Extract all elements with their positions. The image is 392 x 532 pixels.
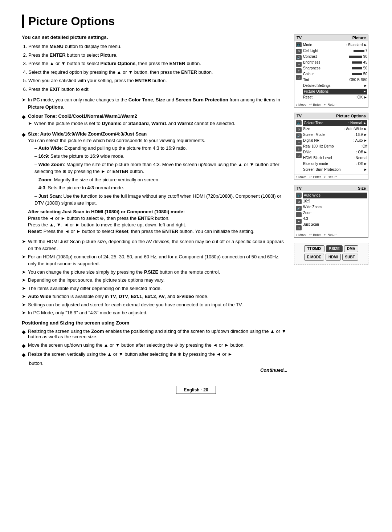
tv3-icon-4: ↔ <box>296 212 302 217</box>
right-column: TV Picture 📺 ⚙ 🔊 ↔ ✦ □ Mode: Standard ► … <box>294 35 370 373</box>
step-2: Press the ENTER button to select Picture… <box>28 52 287 59</box>
tv-screen1-content: Mode: Standard ► Cell Light 7 Contrast 9… <box>303 42 367 100</box>
tv-screen1-header: TV Picture <box>294 35 368 41</box>
intro-heading: You can set detailed picture settings. <box>22 35 287 40</box>
just-scan-line2: Press the ▲, ▼, ◄ or ► button to move th… <box>28 222 287 227</box>
tv2-icon-3: 🔊 <box>296 133 302 138</box>
remote-row-1: TTX/MIX P.SIZE DMA <box>297 245 366 252</box>
btn-ttxmix[interactable]: TTX/MIX <box>304 245 324 252</box>
tv-screen3-header: TV Size <box>294 185 368 191</box>
btn-emode[interactable]: E.MODE <box>304 254 324 261</box>
note-input-source: ➤ Depending on the input source, the pic… <box>22 277 287 284</box>
steps-list: Press the MENU button to display the men… <box>28 43 287 93</box>
tv-screen2-content: Colour Tone: Normal ► Size: Auto Wide ► … <box>303 120 367 173</box>
tv-screen3-title: Size <box>358 186 366 190</box>
positioning-item-2: ◆ Move the screen up/down using the ▲ or… <box>22 342 287 348</box>
tv-screen3-footer: ↕ Move↵ Enter↩ Return <box>294 232 368 237</box>
tv3-icon-2: ⚙ <box>296 199 302 204</box>
positioning-item-1: ◆ Resizing the screen using the Zoom ena… <box>22 329 287 339</box>
note-hdmi-1080p: ➤ For an HDMI (1080p) connection of 24, … <box>22 253 287 267</box>
tv2-icon-1: 📺 <box>296 120 302 125</box>
note-settings-stored: ➤ Settings can be adjusted and stored fo… <box>22 301 287 309</box>
continued-text: Continued... <box>22 367 287 373</box>
tv-screen3-icons: 📺 ⚙ 🔊 ↔ ✦ □ <box>295 193 302 230</box>
btn-hdmi[interactable]: HDMI <box>326 254 341 261</box>
footer-label: English - 20 <box>176 386 216 394</box>
btn-psize[interactable]: P.SIZE <box>326 245 343 252</box>
tv-screen-picture: TV Picture 📺 ⚙ 🔊 ↔ ✦ □ Mode: Standard ► … <box>294 35 368 108</box>
note-auto-wide: ➤ Auto Wide function is available only i… <box>22 293 287 300</box>
tv2-icon-5: ✦ <box>296 146 302 152</box>
remote-panel: TTX/MIX P.SIZE DMA E.MODE HDMI SUBT. <box>294 243 368 265</box>
tv-screen2-header: TV Picture Options <box>294 113 368 119</box>
page-title: Picture Options <box>22 15 370 28</box>
tv2-icon-4: ↔ <box>296 140 302 145</box>
tv-icon-1: 📺 <box>296 42 302 47</box>
tv-icon-4: ↔ <box>296 62 302 67</box>
colour-tone-section: ◆ Colour Tone: Cool2/Cool1/Normal/Warm1/… <box>22 113 287 128</box>
just-scan-line1: Press the ◄ or ► button to select ⊕, the… <box>28 215 287 221</box>
size-wide-zoom: Wide Zoom: Magnify the size of the pictu… <box>34 161 287 175</box>
step-5: When you are satisfied with your setting… <box>28 77 287 84</box>
size-auto-wide: Auto Wide: Expanding and pulling up the … <box>34 145 287 152</box>
tv-screen3-content: Auto Wide 16:9 Wide Zoom Zoom 4:3 Just S… <box>303 193 367 230</box>
tv3-icon-1: 📺 <box>296 193 302 198</box>
tv-screen1-label: Picture <box>352 36 366 40</box>
tv-screen1-footer: ↕ Move↵ Enter↩ Return <box>294 102 368 107</box>
positioning-item-3-cont: button. <box>29 360 287 366</box>
tv-screen2-footer: ↕ Move↵ Enter↩ Return <box>294 174 368 180</box>
size-list: Auto Wide: Expanding and pulling up the … <box>34 145 287 207</box>
positioning-item-3: ◆ Resize the screen vertically using the… <box>22 351 287 358</box>
size-zoom: Zoom: Magnify the size of the picture ve… <box>34 176 287 184</box>
tv3-icon-6: □ <box>296 225 302 230</box>
step-3: Press the ▲ or ▼ button to select Pictur… <box>28 60 287 67</box>
size-just-scan: Just Scan: Use the function to see the f… <box>34 193 287 207</box>
after-just-scan-header: After selecting Just Scan in HDMI (1080i… <box>28 209 287 214</box>
btn-subt[interactable]: SUBT. <box>342 254 359 261</box>
just-scan-reset: Reset: Press the ◄ or ► button to select… <box>28 229 287 234</box>
tv-screen1-icons: 📺 ⚙ 🔊 ↔ ✦ □ <box>295 42 302 100</box>
tv-screen-picture-options: TV Picture Options 📺 ⚙ 🔊 ↔ ✦ □ Colour To… <box>294 113 368 180</box>
positioning-header: Positioning and Sizing the screen using … <box>22 320 287 326</box>
size-4-3: 4:3: Sets the picture to 4:3 normal mode… <box>34 184 287 192</box>
size-16-9: 16:9: Sets the picture to 16:9 wide mode… <box>34 153 287 160</box>
pc-mode-note: ➤ In PC mode, you can only make changes … <box>22 96 287 110</box>
tv2-icon-6: □ <box>296 153 302 158</box>
note-pc-mode: ➤ In PC Mode, only "16:9" and "4:3" mode… <box>22 309 287 317</box>
btn-dma[interactable]: DMA <box>344 245 358 252</box>
note-hdmi-cutoff: ➤ With the HDMI Just Scan picture size, … <box>22 238 287 252</box>
tv-icon-5: ✦ <box>296 68 302 73</box>
step-4: Select the required option by pressing t… <box>28 69 287 76</box>
tv-screen3-tv: TV <box>297 186 302 190</box>
tv-screen2-title: Picture Options <box>336 114 366 118</box>
remote-row-2: E.MODE HDMI SUBT. <box>297 254 366 261</box>
tv-screen1-title: TV <box>297 36 302 40</box>
tv-icon-2: ⚙ <box>296 49 302 54</box>
note-items-available: ➤ The items available may differ dependi… <box>22 285 287 292</box>
size-section: ◆ Size: Auto Wide/16:9/Wide Zoom/Zoom/4:… <box>22 131 287 235</box>
tv-icon-6: □ <box>296 75 302 80</box>
tv-screen2-icons: 📺 ⚙ 🔊 ↔ ✦ □ <box>295 120 302 173</box>
tv3-icon-5: ✦ <box>296 219 302 224</box>
step-6: Press the EXIT button to exit. <box>28 86 287 93</box>
step-1: Press the MENU button to display the men… <box>28 43 287 50</box>
tv2-icon-2: ⚙ <box>296 127 302 132</box>
tv3-icon-3: 🔊 <box>296 206 302 211</box>
tv-screen-size: TV Size 📺 ⚙ 🔊 ↔ ✦ □ Auto Wide 16:9 Wide … <box>294 185 368 238</box>
note-psize: ➤ You can change the picture size simply… <box>22 269 287 276</box>
footer: English - 20 <box>22 380 370 394</box>
tv-screen2-tv: TV <box>297 114 302 118</box>
tv-icon-3: 🔊 <box>296 55 302 60</box>
main-content: You can set detailed picture settings. P… <box>22 35 287 373</box>
